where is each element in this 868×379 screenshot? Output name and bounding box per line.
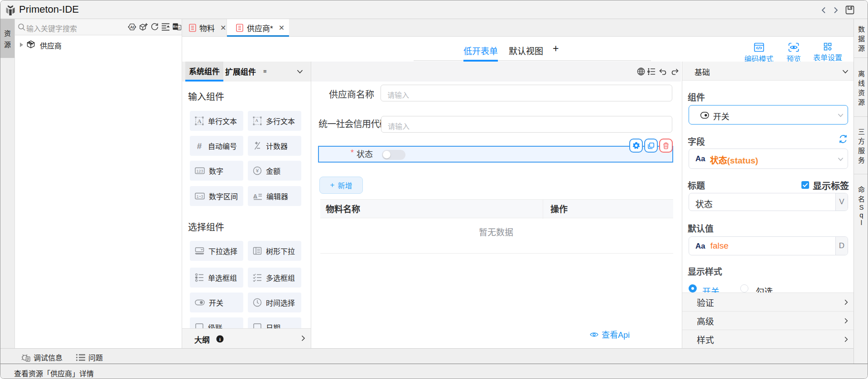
svg-text:i: i <box>219 336 221 342</box>
svg-text:123: 123 <box>196 169 203 173</box>
svg-text:1~3: 1~3 <box>197 194 203 199</box>
svg-text:z: z <box>178 26 180 30</box>
svg-text:En: En <box>173 24 178 29</box>
svg-text:AI: AI <box>130 25 134 29</box>
svg-text:A: A <box>253 193 258 200</box>
svg-text:#: # <box>197 141 202 150</box>
svg-text:A: A <box>198 118 202 125</box>
svg-text:¥: ¥ <box>256 168 259 173</box>
svg-text:A: A <box>255 118 258 123</box>
